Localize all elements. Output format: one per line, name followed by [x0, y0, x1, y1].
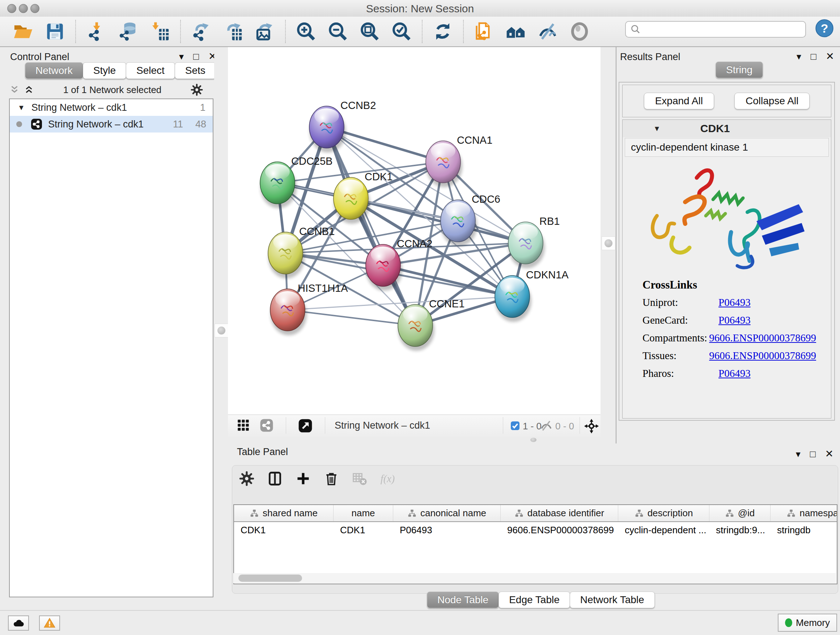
tree-expander-icon[interactable]: ▼ [18, 103, 25, 112]
float-panel-icon[interactable]: □ [810, 449, 816, 459]
left-splitter-handle[interactable] [215, 324, 228, 337]
network-node-RB1[interactable]: RB1 [508, 215, 560, 268]
network-node-CCNB2[interactable]: CCNB2 [309, 100, 376, 152]
collapse-panel-icon[interactable]: ▾ [796, 449, 801, 459]
float-panel-icon[interactable]: □ [193, 52, 199, 61]
column-header-namespace[interactable]: namespace [771, 505, 837, 521]
network-overview-button[interactable] [500, 18, 532, 45]
import-network-database-button[interactable] [112, 18, 144, 45]
network-node-CCNE1[interactable]: CCNE1 [398, 298, 464, 351]
help-button[interactable]: ? [815, 18, 835, 38]
table-row[interactable]: CDK1CDK1P064939606.ENSP00000378699cyclin… [234, 522, 837, 538]
refresh-view-button[interactable] [427, 18, 459, 45]
show-graphics-button[interactable] [564, 18, 595, 45]
zoom-out-button[interactable] [322, 18, 354, 45]
close-panel-icon[interactable]: ✕ [825, 449, 834, 459]
crosslink-link[interactable]: P06493 [718, 367, 751, 379]
selected-counts: 1 - 0 [523, 421, 542, 432]
tab-network-table[interactable]: Network Table [570, 592, 655, 608]
export-table-button[interactable] [217, 18, 249, 45]
network-graph[interactable]: CCNB2 CCNA1 CDC25B CDK1 CDC6 [228, 47, 600, 415]
network-collection-row[interactable]: ▼ String Network – cdk1 1 [10, 99, 213, 116]
collapse-panel-icon[interactable]: ▾ [797, 52, 801, 61]
hide-graphics-button[interactable] [532, 18, 564, 45]
export-image-button[interactable] [249, 18, 281, 45]
network-row-selected[interactable]: String Network – cdk1 11 48 [10, 116, 213, 133]
table-cell[interactable]: 9606.ENSP00000378699 [501, 524, 618, 536]
selected-indicator-checkbox[interactable] [509, 420, 521, 432]
column-header-description[interactable]: description [618, 505, 709, 521]
table-cell[interactable]: CDK1 [333, 524, 393, 536]
tab-select[interactable]: Select [126, 62, 175, 79]
network-node-CDC25B[interactable]: CDC25B [260, 155, 332, 208]
collapse-panel-icon[interactable]: ▾ [179, 52, 184, 61]
close-panel-icon[interactable]: ✕ [826, 51, 834, 62]
network-node-CDC6[interactable]: CDC6 [441, 193, 500, 246]
warnings-button[interactable] [39, 616, 60, 631]
save-session-button[interactable] [39, 18, 71, 45]
column-header-shared-name[interactable]: shared name [234, 505, 333, 521]
show-columns-button[interactable] [267, 470, 283, 486]
gene-card-header[interactable]: ▼ CDK1 [622, 120, 831, 137]
import-network-file-button[interactable] [80, 18, 112, 45]
table-options-button[interactable] [239, 470, 255, 486]
search-input[interactable] [644, 22, 805, 36]
network-node-CDKN1A[interactable]: CDKN1A [495, 269, 569, 322]
cloud-status-button[interactable] [8, 616, 29, 631]
tab-sets[interactable]: Sets [175, 62, 216, 79]
tab-network[interactable]: Network [25, 62, 83, 79]
zoom-fit-button[interactable] [354, 18, 386, 45]
create-column-button[interactable] [295, 470, 311, 486]
tab-edge-table[interactable]: Edge Table [499, 592, 570, 608]
tab-style[interactable]: Style [83, 62, 126, 79]
crosslink-link[interactable]: P06493 [718, 296, 751, 309]
crosslink-link[interactable]: 9606.ENSP00000378699 [709, 332, 816, 344]
table-cell[interactable]: stringdb:9... [709, 524, 771, 536]
network-birdseye-button[interactable] [259, 418, 274, 433]
collapse-all-networks-icon[interactable] [9, 84, 20, 95]
expand-all-button[interactable]: Expand All [644, 93, 714, 109]
tab-node-table[interactable]: Node Table [427, 592, 499, 608]
float-panel-icon[interactable]: □ [811, 52, 816, 61]
string-tab-label[interactable]: String [715, 62, 763, 78]
column-header-name[interactable]: name [333, 505, 393, 521]
table-cell[interactable]: cyclin-dependent ... [618, 524, 709, 536]
column-header-canonical-name[interactable]: canonical name [393, 505, 501, 521]
zoom-in-button[interactable] [290, 18, 322, 45]
crosslink-link[interactable]: P06493 [718, 314, 751, 326]
toolbar-separator [463, 20, 464, 43]
string-document-button[interactable] [468, 18, 500, 45]
network-options-gear-icon[interactable] [190, 83, 203, 96]
column-header--id[interactable]: @id [709, 505, 771, 521]
scrollbar-thumb[interactable] [238, 575, 302, 582]
show-grid-button[interactable] [236, 418, 251, 433]
memory-button[interactable]: Memory [778, 614, 837, 632]
network-edge[interactable] [327, 127, 415, 325]
results-panel: Results Panel ▾ □ ✕ String Expand All Co… [616, 47, 840, 443]
import-table-file-button[interactable] [144, 18, 176, 45]
right-splitter-handle[interactable] [602, 236, 615, 250]
collapse-all-button[interactable]: Collapse All [734, 93, 810, 109]
column-header-database-identifier[interactable]: database identifier [501, 505, 618, 521]
export-network-button[interactable] [185, 18, 217, 45]
network-node-CCNA1[interactable]: CCNA1 [426, 134, 493, 187]
horizontal-splitter-handle[interactable] [531, 438, 537, 442]
table-horizontal-scrollbar[interactable] [233, 573, 836, 583]
fit-content-move-button[interactable] [583, 418, 600, 434]
delete-columns-button[interactable] [324, 470, 339, 486]
crosslink-link[interactable]: 9606.ENSP00000378699 [709, 350, 816, 362]
network-canvas[interactable]: CCNB2 CCNA1 CDC25B CDK1 CDC6 [228, 47, 600, 415]
hidden-indicator-button[interactable] [540, 419, 553, 432]
results-panel-tab-string[interactable]: String [716, 62, 763, 78]
network-edge[interactable] [287, 310, 415, 325]
detach-view-button[interactable] [297, 418, 313, 434]
import-network-icon [86, 21, 107, 42]
table-cell[interactable]: CDK1 [234, 524, 333, 536]
network-node-CDK1[interactable]: CDK1 [333, 171, 393, 224]
gene-expander-icon[interactable]: ▼ [653, 125, 660, 133]
table-cell[interactable]: stringdb [771, 524, 837, 536]
expand-all-networks-icon[interactable] [24, 84, 34, 95]
open-session-button[interactable] [7, 18, 39, 45]
table-cell[interactable]: P06493 [393, 524, 501, 536]
zoom-selected-button[interactable] [386, 18, 417, 45]
